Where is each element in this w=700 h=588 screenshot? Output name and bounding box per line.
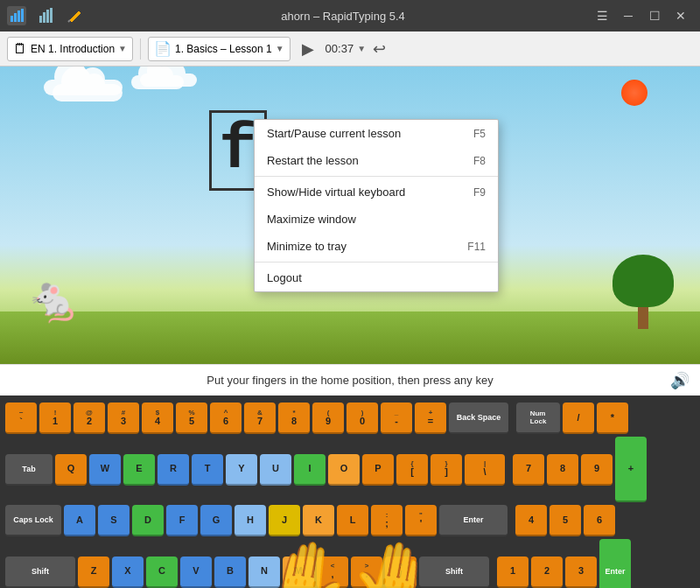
key-np-6[interactable]: 6 [584,505,615,536]
key-minus[interactable]: _- [381,402,412,434]
ctx-minimize-tray-shortcut: F11 [467,241,486,253]
key-j[interactable]: J [269,505,300,536]
key-backtick[interactable]: ~` [5,402,37,434]
key-tab[interactable]: Tab [5,454,52,486]
key-e[interactable]: E [123,454,155,486]
key-y[interactable]: Y [226,454,257,486]
key-o[interactable]: O [328,454,360,486]
keyboard-area: ~` !1 @2 #3 $4 %5 ^6 &7 *8 (9 )0 [0,396,700,588]
ctx-restart[interactable]: Restart the lesson F8 [255,147,498,174]
key-m[interactable]: M [283,556,314,588]
ctx-minimize-tray[interactable]: Minimize to tray F11 [255,233,498,260]
key-1[interactable]: !1 [39,402,71,434]
key-2[interactable]: @2 [74,402,105,434]
menu-button[interactable]: ☰ [590,4,614,28]
key-b[interactable]: B [214,556,246,588]
sun [621,80,648,106]
ctx-toggle-keyboard[interactable]: Show/Hide virtual keyboard F9 [255,178,498,206]
key-backslash[interactable]: |\ [465,454,505,486]
key-f[interactable]: F [166,505,198,536]
title-bar: ahorn – RapidTyping 5.4 ☰ ─ ☐ ✕ [0,0,700,32]
ctx-start-pause[interactable]: Start/Pause current lesson F5 [255,120,498,147]
key-numlock[interactable]: NumLock [516,402,560,434]
key-w[interactable]: W [89,454,121,486]
minimize-button[interactable]: ─ [616,4,640,28]
key-np-star[interactable]: * [597,402,628,434]
key-capslock[interactable]: Caps Lock [5,505,61,536]
svg-rect-5 [43,12,46,23]
svg-rect-2 [18,10,20,22]
highlighter-icon[interactable] [61,3,88,29]
key-q[interactable]: Q [55,454,87,486]
maximize-button[interactable]: ☐ [642,4,667,28]
key-g[interactable]: G [200,505,232,536]
key-period[interactable]: >. [351,556,382,588]
context-menu: Start/Pause current lesson F5 Restart th… [254,119,499,292]
key-np-3[interactable]: 3 [565,556,597,588]
key-np-enter[interactable]: Enter [599,539,631,588]
key-slash[interactable]: ?/ [385,556,416,588]
key-a[interactable]: A [64,505,95,536]
key-x[interactable]: X [112,556,144,588]
ctx-logout[interactable]: Logout [255,264,498,291]
key-0[interactable]: )0 [346,402,378,434]
key-np-2[interactable]: 2 [531,556,563,588]
key-7[interactable]: &7 [244,402,276,434]
window-controls: ☰ ─ ☐ ✕ [590,4,693,28]
key-6[interactable]: ^6 [210,402,242,434]
key-n[interactable]: N [248,556,280,588]
timer-display[interactable]: 00:37 ▼ [326,42,366,55]
key-enter[interactable]: Enter [439,505,508,536]
ctx-restart-label: Restart the lesson [267,154,359,167]
key-k[interactable]: K [303,505,334,536]
ctx-start-pause-label: Start/Pause current lesson [267,127,401,140]
key-np-1[interactable]: 1 [497,556,528,588]
close-button[interactable]: ✕ [668,4,693,28]
key-t[interactable]: T [192,454,223,486]
key-np-8[interactable]: 8 [547,454,578,486]
course-selector[interactable]: 🗒 EN 1. Introduction ▼ [7,37,133,61]
svg-rect-0 [10,16,13,22]
key-v[interactable]: V [180,556,212,588]
tree [612,255,674,329]
key-z[interactable]: Z [78,556,109,588]
key-semicolon[interactable]: :; [371,505,402,536]
key-np-5[interactable]: 5 [550,505,581,536]
lesson-selector[interactable]: 📄 1. Basics – Lesson 1 ▼ [148,37,290,61]
key-np-9[interactable]: 9 [581,454,612,486]
key-c[interactable]: C [146,556,178,588]
key-equals[interactable]: += [415,402,446,434]
key-lbracket[interactable]: {[ [396,454,428,486]
key-s[interactable]: S [98,505,130,536]
key-np-plus[interactable]: + [615,437,647,502]
undo-button[interactable]: ↩ [373,39,386,59]
key-p[interactable]: P [362,454,394,486]
key-l[interactable]: L [337,505,368,536]
key-np-4[interactable]: 4 [515,505,547,536]
volume-icon[interactable]: 🔊 [670,371,690,390]
key-rbracket[interactable]: }] [430,454,462,486]
key-3[interactable]: #3 [108,402,139,434]
ctx-maximize[interactable]: Maximize window [255,206,498,233]
key-backspace[interactable]: Back Space [449,402,508,434]
key-quote[interactable]: "' [405,505,437,536]
key-d[interactable]: D [132,505,164,536]
key-i[interactable]: I [294,454,326,486]
key-4[interactable]: $4 [142,402,173,434]
key-shift-left[interactable]: Shift [5,556,75,588]
chart-icon[interactable] [33,3,60,29]
key-np-slash[interactable]: / [563,402,594,434]
key-u[interactable]: U [260,454,291,486]
key-np-7[interactable]: 7 [513,454,544,486]
ctx-logout-label: Logout [267,271,302,284]
key-comma[interactable]: <, [317,556,348,588]
key-shift-right[interactable]: Shift [419,556,489,588]
key-8[interactable]: *8 [278,402,310,434]
svg-rect-6 [46,10,49,23]
ground [0,312,700,364]
key-h[interactable]: H [234,505,266,536]
key-9[interactable]: (9 [312,402,344,434]
key-r[interactable]: R [158,454,189,486]
key-5[interactable]: %5 [176,402,207,434]
play-button[interactable]: ▶ [296,37,320,61]
